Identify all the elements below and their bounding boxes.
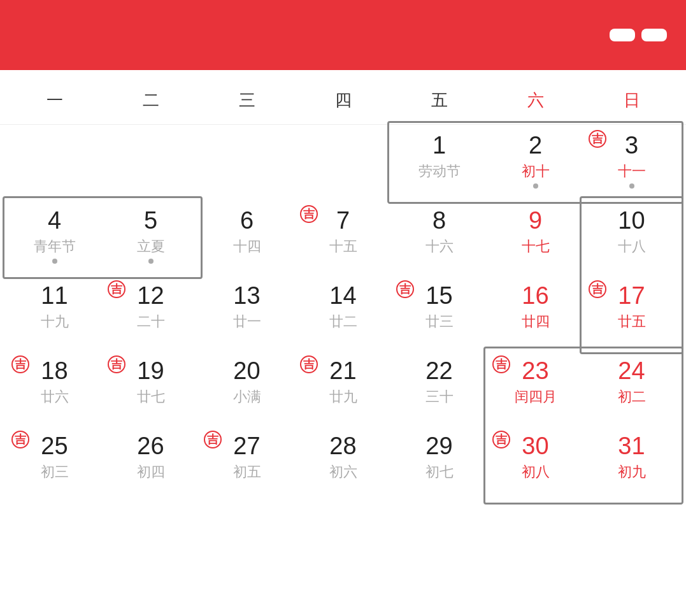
day-cell[interactable]: 吉30初八 bbox=[487, 426, 583, 501]
day-lunar-label: 廿三 bbox=[425, 312, 454, 331]
day-cell[interactable]: 9十七 bbox=[487, 200, 583, 275]
day-number: 13 bbox=[233, 283, 260, 310]
day-cell[interactable]: 1劳动节 bbox=[391, 125, 487, 200]
day-number: 9 bbox=[529, 208, 542, 234]
ji-badge: 吉 bbox=[492, 355, 510, 373]
day-cell[interactable]: 吉3十一 bbox=[583, 125, 680, 200]
day-number: 28 bbox=[329, 433, 356, 460]
day-number: 27 bbox=[233, 433, 260, 460]
ji-badge: 吉 bbox=[300, 205, 318, 223]
day-lunar-label: 劳动节 bbox=[418, 162, 461, 181]
day-number: 26 bbox=[137, 433, 164, 460]
day-dot bbox=[52, 259, 57, 264]
day-cell[interactable]: 22三十 bbox=[391, 350, 487, 426]
weekday-label: 三 bbox=[199, 83, 295, 118]
day-cell[interactable]: 6十四 bbox=[199, 200, 295, 275]
day-lunar-label: 闰四月 bbox=[515, 387, 557, 406]
ji-badge: 吉 bbox=[589, 130, 606, 148]
event-type-buttons bbox=[610, 29, 667, 41]
day-cell[interactable]: 吉15廿三 bbox=[391, 275, 487, 350]
day-lunar-label: 十四 bbox=[233, 237, 261, 256]
day-cell[interactable]: 29初七 bbox=[391, 426, 487, 501]
day-lunar-label: 初九 bbox=[618, 462, 646, 482]
day-cell[interactable]: 26初四 bbox=[103, 426, 199, 501]
header bbox=[0, 0, 686, 70]
day-dot bbox=[533, 183, 538, 189]
day-cell[interactable]: 吉12二十 bbox=[103, 275, 199, 350]
day-lunar-label: 三十 bbox=[425, 387, 454, 406]
day-number: 30 bbox=[522, 433, 548, 460]
day-dot bbox=[148, 259, 154, 264]
day-number: 8 bbox=[432, 208, 446, 234]
day-number: 15 bbox=[425, 283, 452, 310]
day-lunar-label: 立夏 bbox=[137, 237, 165, 256]
day-number: 24 bbox=[618, 358, 645, 385]
day-cell[interactable]: 吉18廿六 bbox=[6, 350, 103, 426]
day-lunar-label: 青年节 bbox=[34, 237, 76, 256]
day-cell[interactable]: 吉25初三 bbox=[6, 426, 103, 501]
day-cell[interactable]: 13廿一 bbox=[199, 275, 295, 350]
day-lunar-label: 廿六 bbox=[41, 387, 69, 406]
day-cell[interactable]: 11十九 bbox=[6, 275, 103, 350]
day-cell[interactable]: 吉21廿九 bbox=[295, 350, 391, 426]
day-cell[interactable]: 10十八 bbox=[583, 200, 680, 275]
day-number: 7 bbox=[336, 208, 350, 234]
day-cell[interactable]: 20小满 bbox=[199, 350, 295, 426]
weekday-label: 四 bbox=[295, 83, 391, 118]
day-cell[interactable]: 2初十 bbox=[487, 125, 583, 200]
day-lunar-label: 廿九 bbox=[329, 387, 357, 406]
day-number: 18 bbox=[41, 358, 68, 385]
ji-badge: 吉 bbox=[11, 355, 29, 373]
empty-day-cell bbox=[199, 125, 295, 200]
day-lunar-label: 十九 bbox=[41, 312, 69, 331]
day-lunar-label: 初六 bbox=[329, 462, 357, 482]
day-lunar-label: 初五 bbox=[233, 462, 261, 482]
day-cell[interactable]: 4青年节 bbox=[6, 200, 103, 275]
day-number: 25 bbox=[41, 433, 68, 460]
day-number: 14 bbox=[329, 283, 356, 310]
day-number: 10 bbox=[618, 208, 645, 234]
day-cell[interactable]: 24初二 bbox=[583, 350, 680, 426]
day-cell[interactable]: 吉7十五 bbox=[295, 200, 391, 275]
day-lunar-label: 十八 bbox=[618, 237, 646, 256]
day-lunar-label: 廿四 bbox=[522, 312, 550, 331]
ji-badge: 吉 bbox=[492, 431, 510, 448]
ji-badge: 吉 bbox=[108, 355, 125, 373]
day-number: 23 bbox=[522, 358, 548, 385]
day-lunar-label: 廿二 bbox=[329, 312, 357, 331]
day-number: 29 bbox=[425, 433, 452, 460]
day-cell[interactable]: 31初九 bbox=[583, 426, 680, 501]
weekday-label: 一 bbox=[6, 83, 103, 118]
day-lunar-label: 廿七 bbox=[137, 387, 165, 406]
day-number: 21 bbox=[329, 358, 356, 385]
day-number: 20 bbox=[233, 358, 260, 385]
day-number: 19 bbox=[137, 358, 164, 385]
ji-badge: 吉 bbox=[589, 280, 606, 298]
day-number: 12 bbox=[137, 283, 164, 310]
engagement-button[interactable] bbox=[610, 29, 635, 41]
day-cell[interactable]: 5立夏 bbox=[103, 200, 199, 275]
ji-badge: 吉 bbox=[300, 355, 318, 373]
day-cell[interactable]: 吉19廿七 bbox=[103, 350, 199, 426]
day-cell[interactable]: 16廿四 bbox=[487, 275, 583, 350]
day-lunar-label: 十六 bbox=[425, 237, 454, 256]
day-cell[interactable]: 吉27初五 bbox=[199, 426, 295, 501]
weekday-header: 一二三四五六日 bbox=[0, 70, 686, 125]
ji-badge: 吉 bbox=[11, 431, 29, 448]
day-number: 3 bbox=[625, 133, 638, 159]
day-number: 17 bbox=[618, 283, 645, 310]
day-number: 1 bbox=[432, 133, 446, 159]
day-lunar-label: 小满 bbox=[233, 387, 261, 406]
weekday-label: 五 bbox=[391, 83, 487, 118]
empty-day-cell bbox=[295, 125, 391, 200]
day-cell[interactable]: 14廿二 bbox=[295, 275, 391, 350]
day-cell[interactable]: 28初六 bbox=[295, 426, 391, 501]
wedding-button[interactable] bbox=[641, 29, 667, 41]
weekday-label: 六 bbox=[487, 83, 583, 118]
day-cell[interactable]: 吉23闰四月 bbox=[487, 350, 583, 426]
day-cell[interactable]: 8十六 bbox=[391, 200, 487, 275]
weekday-label: 日 bbox=[583, 83, 680, 118]
day-cell[interactable]: 吉17廿五 bbox=[583, 275, 680, 350]
day-number: 16 bbox=[522, 283, 548, 310]
day-lunar-label: 十五 bbox=[329, 237, 357, 256]
